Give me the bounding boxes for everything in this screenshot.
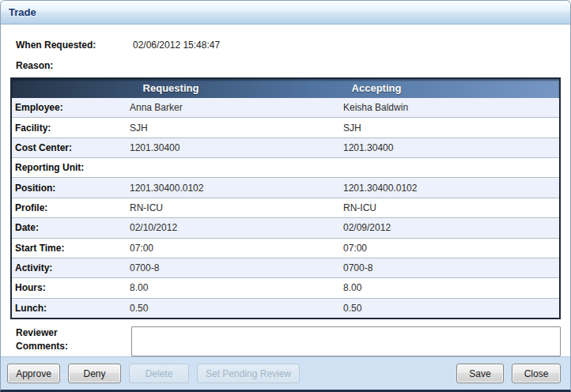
footer-left-buttons: ApproveDenyDeleteSet Pending Review	[7, 364, 308, 383]
requesting-value: 0700-8	[130, 262, 343, 273]
column-header-requesting: Requesting	[143, 79, 199, 98]
requesting-value: 07:00	[130, 243, 343, 254]
accepting-value: SJH	[343, 122, 559, 134]
row-label: Facility:	[15, 122, 130, 134]
footer-button-bar: ApproveDenyDeleteSet Pending Review Save…	[1, 356, 570, 390]
requesting-value: 02/10/2012	[130, 222, 343, 233]
accepting-value: Keisha Baldwin	[343, 102, 559, 113]
row-label: Reporting Unit:	[15, 162, 130, 173]
row-label: Date:	[15, 222, 130, 233]
save-button[interactable]: Save	[456, 364, 504, 383]
requesting-value: 8.00	[130, 282, 343, 293]
table-row: Position:1201.30400.01021201.30400.0102	[12, 178, 559, 198]
row-label: Position:	[15, 183, 130, 194]
when-requested-label: When Requested:	[16, 36, 133, 55]
row-label: Employee:	[15, 102, 130, 113]
row-label: Lunch:	[15, 303, 130, 314]
accepting-value: 1201.30400	[343, 142, 559, 153]
when-requested-row: When Requested: 02/06/2012 15:48:47	[16, 36, 561, 55]
row-label: Hours:	[15, 282, 130, 293]
accepting-value: 07:00	[343, 243, 559, 254]
trade-table: Requesting Accepting Employee:Anna Barke…	[10, 77, 561, 319]
window-title: Trade	[9, 6, 36, 18]
reviewer-comments-row: Reviewer Comments:	[16, 326, 561, 356]
table-row: Employee:Anna BarkerKeisha Baldwin	[12, 98, 559, 118]
table-row: Facility:SJHSJH	[12, 118, 559, 138]
trade-table-body: Employee:Anna BarkerKeisha BaldwinFacili…	[12, 98, 559, 318]
row-label: Profile:	[15, 202, 130, 213]
table-row: Date:02/10/201202/09/2012	[12, 218, 559, 238]
deny-button[interactable]: Deny	[68, 364, 121, 383]
reviewer-comments-input[interactable]	[131, 326, 561, 356]
requesting-value: 1201.30400.0102	[130, 183, 343, 194]
table-row: Cost Center:1201.304001201.30400	[12, 138, 559, 158]
table-row: Start Time:07:0007:00	[12, 239, 559, 258]
table-row: Reporting Unit:	[12, 158, 559, 178]
dialog-content: When Requested: 02/06/2012 15:48:47 Reas…	[1, 24, 570, 356]
approve-button[interactable]: Approve	[7, 364, 60, 383]
set-pending-review-button: Set Pending Review	[197, 364, 300, 383]
requesting-value: RN-ICU	[130, 202, 343, 213]
row-label: Start Time:	[15, 243, 130, 254]
requesting-value: 1201.30400	[130, 142, 343, 153]
when-requested-value: 02/06/2012 15:48:47	[133, 36, 220, 55]
requesting-value: Anna Barker	[130, 102, 343, 113]
trade-dialog: Trade When Requested: 02/06/2012 15:48:4…	[0, 0, 571, 392]
reason-row: Reason:	[16, 56, 561, 75]
accepting-value: 0700-8	[343, 262, 559, 273]
accepting-value: RN-ICU	[343, 202, 559, 213]
table-row: Profile:RN-ICURN-ICU	[12, 198, 559, 218]
reason-label: Reason:	[16, 56, 133, 75]
reviewer-comments-label: Reviewer Comments:	[16, 326, 131, 356]
table-header: Requesting Accepting	[12, 79, 559, 98]
accepting-value: 8.00	[343, 282, 559, 293]
accepting-value: 0.50	[343, 303, 559, 314]
accepting-value: 1201.30400.0102	[343, 183, 559, 194]
requesting-value: SJH	[130, 122, 343, 134]
accepting-value: 02/09/2012	[343, 222, 559, 233]
row-label: Activity:	[15, 262, 130, 273]
title-bar[interactable]: Trade	[1, 1, 570, 24]
table-row: Activity:0700-80700-8	[12, 258, 559, 278]
delete-button: Delete	[129, 364, 189, 383]
column-header-accepting: Accepting	[352, 79, 402, 98]
close-button[interactable]: Close	[512, 364, 561, 383]
table-row: Lunch:0.500.50	[12, 299, 559, 318]
requesting-value: 0.50	[130, 303, 343, 314]
table-row: Hours:8.008.00	[12, 278, 559, 298]
row-label: Cost Center:	[15, 142, 130, 153]
footer-right-buttons: SaveClose	[456, 364, 561, 383]
